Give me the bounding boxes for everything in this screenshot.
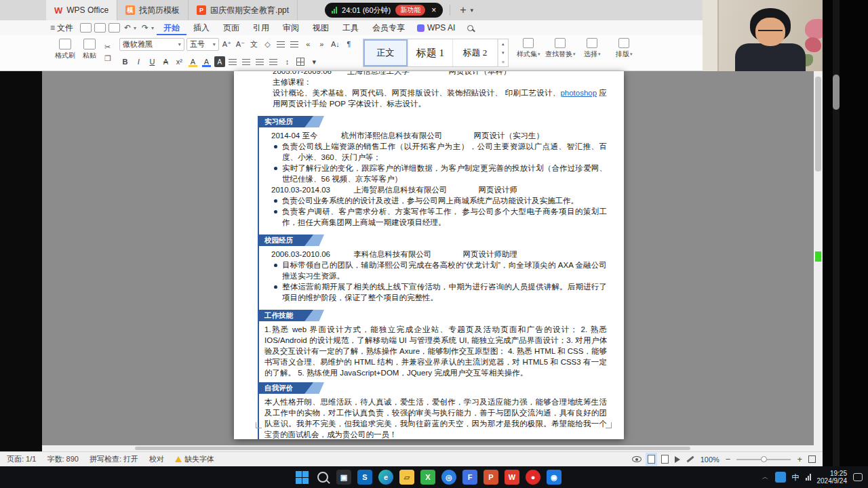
outer-scrollbar-track[interactable] <box>833 0 840 466</box>
store-app-icon[interactable]: S <box>357 470 372 485</box>
menu-file[interactable]: 文件 <box>57 22 79 34</box>
spell-check-status[interactable]: 拼写检查: 打开 <box>90 454 138 464</box>
word-count-status[interactable]: 字数: 890 <box>47 454 78 464</box>
vertical-scrollbar[interactable] <box>814 71 823 451</box>
strikethrough-button[interactable]: A <box>160 56 172 68</box>
align-right-button[interactable] <box>254 56 266 68</box>
text-effect-button[interactable]: 文 <box>248 38 260 50</box>
align-justify-button[interactable] <box>268 56 279 68</box>
menu-tab-view[interactable]: 视图 <box>306 20 336 35</box>
menu-tab-home[interactable]: 开始 <box>157 20 186 35</box>
style-heading1[interactable]: 标题 1 <box>408 39 453 66</box>
style-normal[interactable]: 正文 <box>363 39 408 66</box>
wps-app-icon[interactable]: W <box>505 470 519 485</box>
green-app-icon[interactable]: X <box>420 470 435 485</box>
recording-badge[interactable]: 新功能 <box>395 5 425 16</box>
menu-tab-reference[interactable]: 引用 <box>246 20 276 35</box>
paragraph-mark-button[interactable]: ¶ <box>343 38 355 50</box>
number-list-button[interactable] <box>289 38 300 50</box>
fit-page-icon[interactable] <box>808 455 816 463</box>
menu-tab-page[interactable]: 页面 <box>216 20 246 35</box>
tab-list-chevron-icon[interactable]: ▾ <box>469 7 475 14</box>
red-app-icon[interactable]: ● <box>526 470 540 485</box>
format-painter-button[interactable]: 格式刷 <box>53 35 77 70</box>
menu-tab-review[interactable]: 审阅 <box>276 20 306 35</box>
align-center-button[interactable] <box>241 56 252 68</box>
browser-app-icon[interactable]: ◎ <box>441 470 456 485</box>
print-preview-icon[interactable] <box>108 23 120 33</box>
proofread-status[interactable]: 校对 <box>149 454 164 464</box>
menu-tab-insert[interactable]: 插入 <box>186 20 216 35</box>
increase-font-button[interactable]: A⁺ <box>221 38 233 50</box>
italic-button[interactable]: I <box>133 56 144 68</box>
decrease-font-button[interactable]: A⁻ <box>235 38 246 50</box>
tab-docer-template[interactable]: 模 找简历模板 <box>117 0 189 20</box>
recording-timer-pill[interactable]: 24:01 (60分钟) 新功能 × <box>325 3 443 18</box>
web-view-icon[interactable] <box>661 455 669 464</box>
select-button[interactable]: 选择▾ <box>576 38 608 70</box>
recording-close-icon[interactable]: × <box>431 5 436 15</box>
align-left-button[interactable] <box>227 56 239 68</box>
tab-wps-home[interactable]: W WPS Office <box>46 0 117 20</box>
page-count-status[interactable]: 页面: 1/1 <box>7 454 36 464</box>
style-heading2[interactable]: 标题 2 <box>453 39 498 66</box>
zoom-percent[interactable]: 100% <box>701 455 719 464</box>
tray-expand-icon[interactable]: ︿ <box>762 472 769 482</box>
redo-icon[interactable]: ↷ <box>139 23 151 33</box>
outdent-button[interactable]: « <box>302 38 314 50</box>
indent-button[interactable]: » <box>316 38 328 50</box>
undo-icon[interactable]: ↶ <box>121 23 134 33</box>
play-icon[interactable] <box>675 456 680 463</box>
print-icon[interactable] <box>94 23 106 33</box>
taskbar-search-button[interactable] <box>315 470 330 485</box>
zoom-slider[interactable] <box>736 459 791 460</box>
tab-ppt-document[interactable]: P 国庆假期安全教育.ppt <box>189 0 298 20</box>
font-size-select[interactable]: 五号 ▾ <box>186 38 219 51</box>
menu-tab-tools[interactable]: 工具 <box>336 20 366 35</box>
ime-indicator[interactable]: 中 <box>792 472 800 483</box>
zoom-in-button[interactable]: + <box>797 454 802 464</box>
font-color-button[interactable]: A <box>201 56 212 68</box>
page-view-icon[interactable] <box>648 455 655 464</box>
pen-icon[interactable] <box>686 455 694 462</box>
cut-icon[interactable]: ✂ <box>104 43 111 52</box>
line-spacing-button[interactable]: ↕ <box>281 56 293 68</box>
horizontal-scrollbar-thumb[interactable] <box>135 447 690 450</box>
bullet-list-button[interactable] <box>275 38 287 50</box>
document-page[interactable]: 2005.07-2009.06 上海信息理工大学 网页设计（本科） 主修课程： … <box>234 71 624 439</box>
hamburger-icon[interactable]: ≡ <box>50 23 55 33</box>
photoshop-link[interactable]: photoshop <box>560 89 597 97</box>
paste-button[interactable]: 粘贴 <box>77 35 102 70</box>
copy-icon[interactable]: ❐ <box>104 54 111 63</box>
shading-button[interactable]: ▾ <box>309 56 320 68</box>
undo-chevron-icon[interactable]: ▾ <box>134 25 139 31</box>
start-button[interactable] <box>294 470 309 485</box>
tray-app-icon[interactable] <box>775 472 786 483</box>
task-view-button[interactable]: ▣ <box>336 470 351 485</box>
sort-button[interactable]: A↓ <box>330 38 341 50</box>
menu-tab-member[interactable]: 会员专享 <box>366 20 412 35</box>
photos-app-icon[interactable]: ◉ <box>547 470 561 485</box>
clear-format-button[interactable]: ◇ <box>262 38 273 50</box>
character-shading-button[interactable]: A <box>214 56 225 67</box>
gallery-more-icon[interactable]: ≡ <box>498 58 508 66</box>
font-name-select[interactable]: 微软雅黑 ▾ <box>119 38 184 51</box>
borders-button[interactable] <box>295 56 307 68</box>
find-replace-button[interactable]: 查找替换▾ <box>545 38 576 70</box>
compose-button[interactable]: 排版▾ <box>608 38 640 70</box>
vertical-scrollbar-thumb[interactable] <box>815 77 821 171</box>
file-explorer-icon[interactable]: ▱ <box>399 470 414 485</box>
new-tab-button[interactable]: + <box>457 4 469 16</box>
taskbar-clock[interactable]: 19:25 2024/9/24 <box>817 470 848 485</box>
powerpoint-icon[interactable]: P <box>484 470 498 485</box>
gallery-up-icon[interactable]: ▴ <box>498 39 508 48</box>
highlight-color-button[interactable]: A <box>187 56 199 68</box>
notification-center-icon[interactable] <box>853 473 863 481</box>
zoom-slider-thumb[interactable] <box>761 456 767 462</box>
save-icon[interactable] <box>80 23 92 33</box>
missing-font-warning[interactable]: 缺失字体 <box>175 454 214 464</box>
edge-browser-icon[interactable]: e <box>378 470 393 485</box>
style-set-button[interactable]: 样式集▾ <box>513 38 545 70</box>
outer-scrollbar-thumb[interactable] <box>833 75 840 110</box>
gallery-down-icon[interactable]: ▾ <box>498 48 508 57</box>
